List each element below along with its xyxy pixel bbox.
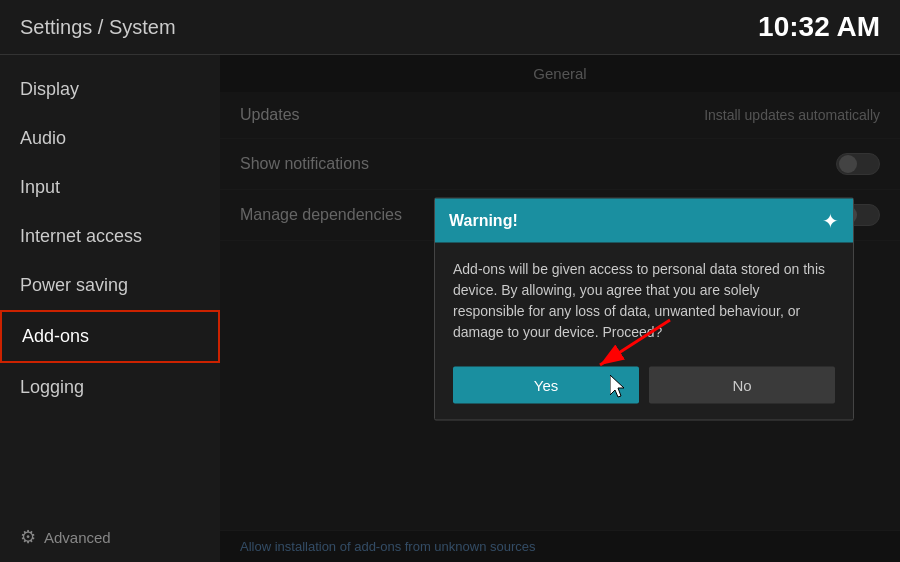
- sidebar-item-display[interactable]: Display: [0, 65, 220, 114]
- main-content: General Updates Install updates automati…: [220, 55, 900, 562]
- warning-dialog: Warning! ✦ Add-ons will be given access …: [434, 197, 854, 420]
- sidebar-items: Display Audio Input Internet access Powe…: [0, 65, 220, 412]
- sidebar-item-input[interactable]: Input: [0, 163, 220, 212]
- no-button[interactable]: No: [649, 366, 835, 403]
- advanced-button[interactable]: ⚙ Advanced: [0, 512, 220, 562]
- clock: 10:32 AM: [758, 11, 880, 43]
- sidebar-item-power-saving[interactable]: Power saving: [0, 261, 220, 310]
- sidebar-item-audio[interactable]: Audio: [0, 114, 220, 163]
- page-title: Settings / System: [20, 16, 176, 39]
- sidebar-item-addons[interactable]: Add-ons: [0, 310, 220, 363]
- dialog-buttons: Yes No: [435, 358, 853, 419]
- dialog-header: Warning! ✦: [435, 198, 853, 242]
- yes-button[interactable]: Yes: [453, 366, 639, 403]
- dialog-title: Warning!: [449, 211, 518, 229]
- sidebar-item-internet-access[interactable]: Internet access: [0, 212, 220, 261]
- dialog-body: Add-ons will be given access to personal…: [435, 242, 853, 358]
- sidebar: Display Audio Input Internet access Powe…: [0, 55, 220, 562]
- gear-icon: ⚙: [20, 526, 36, 548]
- header: Settings / System 10:32 AM: [0, 0, 900, 55]
- sidebar-item-logging[interactable]: Logging: [0, 363, 220, 412]
- kodi-icon: ✦: [822, 208, 839, 232]
- layout: Display Audio Input Internet access Powe…: [0, 55, 900, 562]
